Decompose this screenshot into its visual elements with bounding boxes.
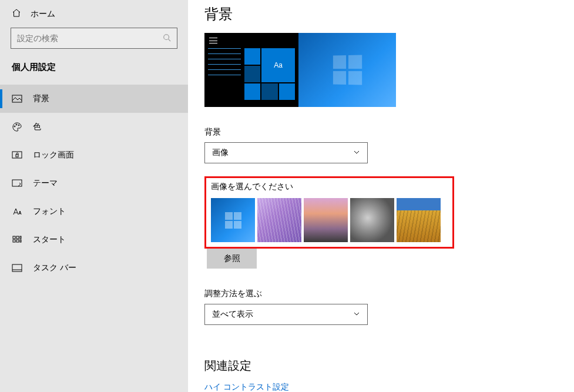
category-header: 個人用設定: [0, 62, 188, 85]
svg-rect-11: [13, 240, 15, 242]
thumbnail-sunset[interactable]: [304, 198, 348, 242]
svg-rect-10: [20, 236, 21, 239]
svg-rect-8: [13, 236, 15, 239]
fit-label: 調整方法を選ぶ: [204, 289, 574, 299]
nav-background[interactable]: 背景: [0, 85, 188, 113]
choose-image-section: 画像を選んでください: [204, 176, 454, 249]
picture-icon: [12, 93, 22, 104]
home-label: ホーム: [31, 9, 55, 19]
browse-button[interactable]: 参照: [207, 249, 257, 269]
nav-fonts[interactable]: フォント: [0, 197, 188, 226]
thumbnail-wolf[interactable]: [350, 198, 394, 242]
home-button[interactable]: ホーム: [0, 0, 188, 28]
nav-themes[interactable]: テーマ: [0, 169, 188, 197]
search-input[interactable]: [17, 33, 163, 43]
image-thumbnails: [211, 198, 448, 242]
fit-dropdown[interactable]: 並べて表示: [204, 304, 368, 325]
home-icon: [12, 8, 21, 19]
taskbar-icon: [12, 263, 22, 273]
svg-rect-13: [20, 240, 21, 242]
svg-point-3: [16, 124, 17, 125]
windows-logo-icon: [333, 55, 362, 85]
svg-point-0: [164, 34, 169, 39]
chevron-down-icon: [353, 148, 360, 158]
nav-colors[interactable]: 色: [0, 113, 188, 141]
high-contrast-link[interactable]: ハイ コントラスト設定: [204, 382, 574, 392]
chevron-down-icon: [353, 310, 360, 319]
thumbnail-wheat[interactable]: [397, 198, 441, 242]
search-icon: [163, 33, 171, 43]
sidebar: ホーム 個人用設定 背景 色 ロック画面 テーマ フォント: [0, 0, 188, 392]
svg-point-2: [14, 126, 15, 127]
page-title: 背景: [204, 5, 574, 24]
preview-text-tile: Aa: [261, 48, 295, 82]
related-settings-title: 関連設定: [204, 358, 574, 374]
nav-lockscreen[interactable]: ロック画面: [0, 141, 188, 169]
choose-image-label: 画像を選んでください: [211, 182, 448, 192]
palette-icon: [12, 122, 22, 132]
nav-taskbar[interactable]: タスク バー: [0, 254, 188, 282]
svg-rect-14: [12, 264, 22, 272]
desktop-preview: Aa: [204, 33, 396, 107]
monitor-lock-icon: [12, 150, 22, 160]
svg-rect-12: [16, 240, 19, 242]
font-icon: [12, 206, 22, 217]
nav-start[interactable]: スタート: [0, 226, 188, 254]
svg-rect-9: [16, 236, 19, 239]
brush-icon: [12, 178, 22, 189]
svg-rect-7: [12, 180, 22, 186]
grid-icon: [12, 234, 22, 245]
content-area: 背景 Aa 背景 画像 画像を選んでください: [188, 0, 574, 392]
svg-rect-6: [16, 155, 18, 157]
thumbnail-default[interactable]: [211, 198, 255, 242]
hamburger-icon: [209, 38, 217, 43]
svg-point-4: [18, 125, 19, 126]
search-input-container[interactable]: [11, 28, 177, 49]
background-type-dropdown[interactable]: 画像: [204, 142, 368, 163]
thumbnail-lavender[interactable]: [257, 198, 301, 242]
background-label: 背景: [204, 127, 574, 138]
